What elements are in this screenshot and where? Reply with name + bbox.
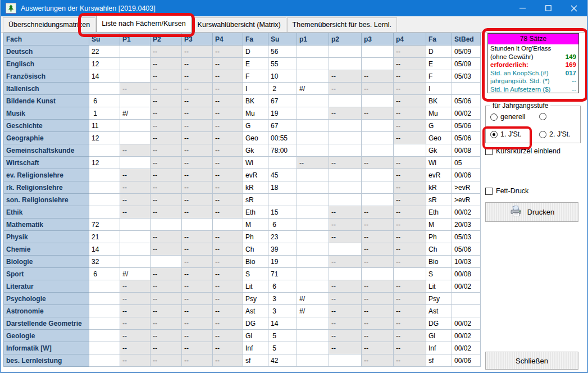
table-cell: 18 (268, 181, 297, 194)
tab-kurswahluebersicht-matrix[interactable]: Kurswahlübersicht (Matrix) (192, 17, 286, 32)
maximize-button[interactable] (535, 0, 561, 16)
table-cell (89, 144, 120, 157)
table-cell: -- (329, 219, 362, 231)
table-cell: -- (329, 206, 362, 219)
table-cell: S (426, 268, 452, 280)
tab-liste-nach-faechern-kursen[interactable]: Liste nach Fächern/Kursen (96, 15, 191, 32)
table-cell: 72 (89, 219, 120, 231)
column-header-fach: Fach (4, 33, 89, 46)
table-cell: evR (426, 169, 452, 181)
table-cell: 71 (268, 268, 297, 280)
table-cell: Eth (243, 206, 268, 219)
table-cell: -- (151, 268, 182, 280)
table-cell: -- (213, 243, 243, 256)
table-cell: Mu (426, 107, 452, 120)
table-cell: -- (329, 231, 362, 243)
table-cell (362, 120, 394, 132)
table-cell: -- (182, 280, 213, 293)
table-cell (297, 181, 329, 194)
table-cell: Psy (426, 293, 452, 305)
tab-strip: Überschneidungsmatrizen Liste nach Fäche… (1, 16, 587, 33)
table-cell: -- (120, 194, 151, 206)
table-row: Geographie12------Geo00:55--Geo05/06 (4, 132, 481, 144)
drucken-button[interactable]: Drucken (485, 202, 578, 222)
table-cell: -- (151, 169, 182, 181)
table-cell (362, 132, 394, 144)
checkbox-kurslkuerzel[interactable]: Kursl'kürzel einblend (485, 147, 560, 155)
table-cell: -- (394, 169, 426, 181)
table-cell: -- (151, 120, 182, 132)
table-row: Darstellende Geometrie--------DG14------… (4, 317, 481, 330)
table-cell: 00/02 (452, 280, 481, 293)
table-cell: Bio (426, 256, 452, 268)
minimize-button[interactable] (509, 0, 535, 16)
stat-label: Std. an KoopSch.(#) (490, 69, 549, 78)
table-cell (297, 231, 329, 243)
checkbox-fett-druck[interactable]: Fett-Druck (485, 187, 528, 195)
table-cell: -- (151, 144, 182, 157)
table-cell (120, 58, 151, 70)
checkbox-box[interactable] (485, 188, 493, 195)
table-cell: 6 (268, 219, 297, 231)
table-cell: -- (329, 342, 362, 354)
table-cell: -- (362, 293, 394, 305)
table-cell: -- (151, 83, 182, 95)
table-cell: -- (182, 83, 213, 95)
table-cell (329, 268, 362, 280)
table-cell: -- (151, 132, 182, 144)
radio-circle[interactable] (490, 113, 498, 121)
table-cell: 14 (89, 243, 120, 256)
table-cell: -- (182, 293, 213, 305)
table-header-row: FachSuP1P2P3P4FaSup1p2p3p4FaStBed (4, 33, 481, 46)
radio-circle[interactable] (539, 131, 546, 138)
table-cell: -- (213, 144, 243, 157)
table-row: ev. Religionslehre--------evR45--evR00/0… (4, 169, 481, 181)
table-row: Geschichte11------G67--G05/06 (4, 120, 481, 132)
radio-unlabeled[interactable] (539, 113, 549, 120)
table-cell: Inf (426, 342, 452, 354)
table-cell: Gl (426, 330, 452, 342)
table-cell (89, 169, 120, 181)
table-cell: -- (213, 354, 243, 367)
fach-cell: son. Religionslehre (4, 194, 89, 206)
table-cell: 05/09 (452, 58, 481, 70)
table-cell: -- (394, 120, 426, 132)
table-cell: 67 (268, 95, 297, 107)
radio-generell[interactable]: generell (490, 113, 525, 121)
table-cell (89, 305, 120, 317)
table-cell: 05 (452, 157, 481, 169)
table-cell (89, 83, 120, 95)
table-cell (120, 231, 151, 243)
table-cell (89, 317, 120, 330)
radio-circle[interactable] (539, 113, 546, 120)
table-cell: -- (213, 231, 243, 243)
table-cell: -- (362, 256, 394, 268)
checkbox-box[interactable] (485, 148, 493, 155)
table-cell: -- (120, 144, 151, 157)
radio-2-jst[interactable]: 2. J'St. (539, 130, 571, 138)
table-cell: -- (151, 46, 182, 58)
table-cell: -- (394, 58, 426, 70)
table-cell: -- (151, 157, 182, 169)
tab-ueberschneidungsmatrizen[interactable]: Überschneidungsmatrizen (3, 17, 95, 32)
table-cell: -- (394, 330, 426, 342)
radio-1-jst[interactable]: 1. J'St. (490, 130, 522, 138)
radio-circle[interactable] (490, 131, 498, 138)
table-row: Mathematik72M 6------M20/03 (4, 219, 481, 231)
table-cell: 05/03 (452, 231, 481, 243)
tab-themenuebersicht-bes-lernl[interactable]: Themenübersicht für bes. Lernl. (287, 17, 397, 32)
table-cell: -- (394, 107, 426, 120)
table-cell: 6 (89, 268, 120, 280)
close-button[interactable] (561, 0, 587, 16)
table-cell: 11 (89, 120, 120, 132)
table-cell: -- (362, 243, 394, 256)
table-cell: Lit (426, 280, 452, 293)
table-cell (297, 194, 329, 206)
radio-label: generell (500, 113, 525, 121)
fach-cell: Wirtschaft (4, 157, 89, 169)
table-cell: 05/06 (452, 120, 481, 132)
fach-cell: Musik (4, 107, 89, 120)
schliessen-button[interactable]: Schließen (485, 352, 578, 370)
app-window: Auswertungen der Kurswahlen [2019.0403] … (0, 0, 588, 373)
radio-label: 2. J'St. (549, 130, 571, 138)
